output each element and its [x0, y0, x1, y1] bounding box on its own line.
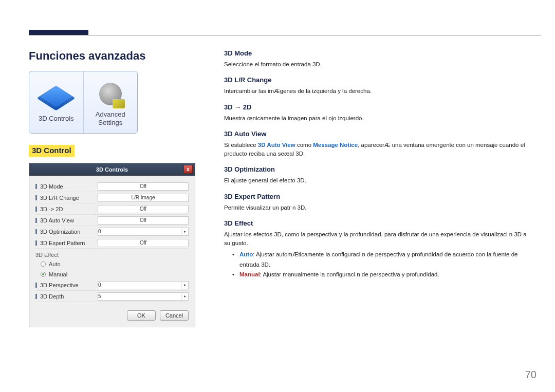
dropdown-3d-auto[interactable]: Off — [98, 216, 189, 225]
header-rule — [29, 35, 541, 35]
row-label: 3D Perspective — [40, 282, 98, 288]
section-heading: 3D Control — [32, 146, 71, 155]
right-column: 3D Mode Seleccione el formato de entrada… — [224, 49, 530, 327]
row-label: 3D Depth — [40, 293, 98, 300]
spinner-3d-opt[interactable]: 0 ▸ — [98, 228, 189, 236]
radio-label: Manual — [49, 271, 67, 277]
text-3d-effect: Ajustar los efectos 3D, como la perspect… — [224, 230, 530, 248]
row-3d-expert-pattern: 3D Expert Pattern Off — [35, 237, 189, 249]
row-label: 3D Auto View — [40, 217, 98, 223]
dropdown-3d-pattern[interactable]: Off — [98, 239, 189, 247]
ok-button[interactable]: OK — [127, 310, 156, 321]
bullet-auto: Auto: Ajustar automÆticamente la configu… — [232, 250, 530, 270]
radio-auto[interactable]: Auto — [35, 259, 189, 269]
text-3d-pattern: Permite visualizar un patr n 3D. — [224, 203, 530, 212]
tile-label: 3D Controls — [39, 115, 74, 123]
dialog-3d-controls: 3D Controls x 3D Mode Off 3D L/R Change … — [29, 163, 195, 327]
chevron-right-icon[interactable]: ▸ — [181, 228, 188, 235]
spinner-3d-depth[interactable]: 5 ▸ — [98, 292, 189, 301]
page-title: Funciones avanzadas — [29, 49, 199, 63]
radio-icon — [41, 272, 46, 277]
left-column: Funciones avanzadas 3D Controls Advanced… — [29, 49, 199, 327]
chevron-right-icon[interactable]: ▸ — [181, 282, 188, 289]
spinner-3d-perspective[interactable]: 0 ▸ — [98, 281, 189, 289]
text-3d-auto: Si establece 3D Auto View como Message N… — [224, 141, 530, 159]
text-3d-2d: Muestra œnicamente la imagen para el ojo… — [224, 114, 530, 123]
section-heading-highlight: 3D Control — [29, 145, 75, 157]
dropdown-3d-2d[interactable]: Off — [98, 205, 189, 213]
heading-3d-opt: 3D Optimization — [224, 165, 530, 173]
row-label: 3D Expert Pattern — [40, 240, 98, 246]
bullet-manual: Manual: Ajustar manualmente la configura… — [232, 270, 530, 280]
heading-3d-mode: 3D Mode — [224, 49, 530, 57]
radio-manual[interactable]: Manual — [35, 269, 189, 279]
tile-3d-controls[interactable]: 3D Controls — [29, 71, 84, 133]
close-icon[interactable]: x — [183, 165, 193, 173]
heading-3d-2d: 3D → 2D — [224, 103, 530, 111]
dialog-title: 3D Controls — [96, 166, 128, 173]
row-3d-lr-change: 3D L/R Change L/R Image — [35, 192, 189, 203]
heading-3d-auto: 3D Auto View — [224, 130, 530, 138]
row-label: 3D Optimization — [40, 229, 98, 235]
cancel-button[interactable]: Cancel — [160, 310, 189, 321]
heading-3d-effect: 3D Effect — [224, 219, 530, 227]
row-3d-auto-view: 3D Auto View Off — [35, 215, 189, 226]
text-3d-lr: Intercambiar las imÆgenes de la izquierd… — [224, 87, 530, 96]
text-3d-mode: Seleccione el formato de entrada 3D. — [224, 60, 530, 69]
row-3d-depth: 3D Depth 5 ▸ — [35, 291, 189, 302]
tile-row: 3D Controls AdvancedSettings — [29, 71, 138, 134]
heading-3d-lr: 3D L/R Change — [224, 76, 530, 84]
tile-advanced-settings[interactable]: AdvancedSettings — [84, 71, 138, 133]
cube-icon — [42, 84, 70, 111]
heading-3d-pattern: 3D Expert Pattern — [224, 193, 530, 200]
effect-bullets: Auto: Ajustar automÆticamente la configu… — [232, 250, 530, 280]
group-3d-effect: 3D Effect — [35, 249, 189, 259]
row-3d-optimization: 3D Optimization 0 ▸ — [35, 226, 189, 237]
row-3d-mode: 3D Mode Off — [35, 181, 189, 192]
dialog-titlebar: 3D Controls x — [29, 163, 195, 176]
row-3d-to-2d: 3D -> 2D Off — [35, 203, 189, 215]
dropdown-3d-mode[interactable]: Off — [98, 182, 189, 191]
row-label: 3D -> 2D — [40, 206, 98, 212]
chevron-right-icon[interactable]: ▸ — [181, 293, 188, 300]
radio-label: Auto — [49, 261, 61, 267]
row-label: 3D Mode — [40, 183, 98, 190]
row-label: 3D L/R Change — [40, 195, 98, 201]
text-3d-opt: El ajuste general del efecto 3D. — [224, 176, 530, 185]
radio-icon — [41, 262, 46, 267]
gear-icon — [97, 80, 124, 107]
tile-label: AdvancedSettings — [96, 110, 125, 126]
page-number: 70 — [525, 369, 536, 381]
dropdown-3d-lr[interactable]: L/R Image — [98, 194, 189, 202]
row-3d-perspective: 3D Perspective 0 ▸ — [35, 279, 189, 291]
